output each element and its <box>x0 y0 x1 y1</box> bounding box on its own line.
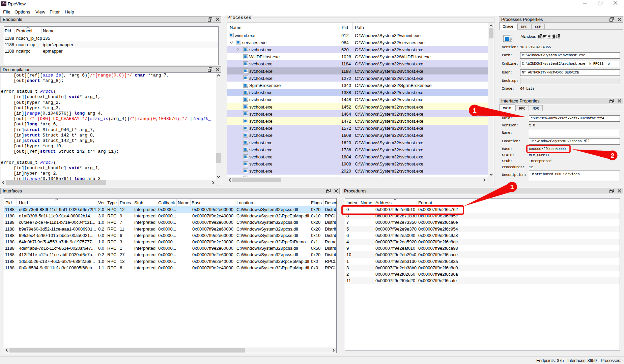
svg-text:1: 1 <box>510 183 514 190</box>
svg-text:1: 1 <box>473 107 477 114</box>
svg-text:2: 2 <box>611 152 615 159</box>
